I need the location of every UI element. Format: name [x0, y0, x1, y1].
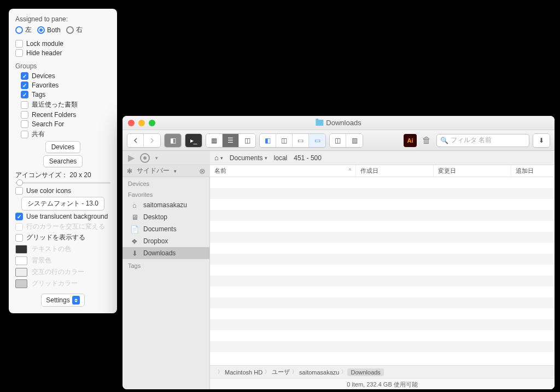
devices-button[interactable]: Devices: [45, 141, 81, 153]
panel-active[interactable]: ▭: [309, 134, 325, 147]
list-row: [210, 243, 555, 254]
list-row: [210, 319, 555, 330]
back-button[interactable]: [127, 134, 144, 147]
list-row: [210, 188, 555, 199]
forward-button[interactable]: [144, 134, 160, 147]
breadcrumb: 〉 Macintosh HD 〉 ユーザ 〉 saitomasakazu 〉 D…: [210, 365, 555, 378]
col-name[interactable]: 名前: [210, 165, 356, 177]
lock-module-check[interactable]: Lock module: [15, 40, 110, 48]
close-sidebar-icon[interactable]: ⊗: [199, 167, 206, 175]
sidebar-favorites-header: Favorites: [122, 188, 209, 199]
list-row: [210, 221, 555, 232]
crumb-hd[interactable]: Macintosh HD: [224, 369, 264, 376]
show-grid-check[interactable]: グリッドを表示する: [15, 233, 110, 242]
desktop-icon: 🖥: [130, 213, 139, 221]
list-row: [210, 330, 555, 341]
icon-size-label: アイコンサイズ：: [15, 171, 68, 179]
list-row: [210, 254, 555, 265]
sidebar-tags-header: Tags: [122, 259, 209, 270]
dual-pane-2[interactable]: ▥: [346, 134, 363, 147]
chevron-down-icon[interactable]: ▾: [155, 155, 158, 161]
sidebar-item-home[interactable]: ⌂saitomasakazu: [122, 199, 209, 211]
sidebar-control: ✻ サイドバー ▾ ⊗: [122, 165, 210, 177]
list-row: [210, 232, 555, 243]
traffic-lights: [128, 120, 155, 126]
radio-left[interactable]: 左: [15, 25, 32, 34]
col-created[interactable]: 作成日: [356, 165, 434, 177]
dropbox-icon: ❖: [130, 237, 139, 245]
alt-row-color-check: 行のカラーを交互に変える: [15, 222, 110, 231]
sidebar-item-downloads[interactable]: ⬇Downloads: [122, 247, 209, 259]
sidebar-item-documents[interactable]: 📄Documents: [122, 223, 209, 235]
searches-button[interactable]: Searches: [43, 155, 83, 167]
assigned-label: Assigned to pane:: [15, 15, 110, 23]
play-icon[interactable]: ▶: [128, 153, 135, 163]
hide-header-check[interactable]: Hide header: [15, 49, 110, 57]
column-headers: 名前 作成日 変更日 追加日: [210, 165, 555, 177]
group-favorites-check[interactable]: Favorites: [21, 81, 110, 89]
sidebar-item-desktop[interactable]: 🖥Desktop: [122, 211, 209, 223]
list-row: [210, 276, 555, 286]
home-path-icon[interactable]: ⌂: [214, 154, 223, 162]
path-range: 451 - 500: [294, 154, 322, 162]
download-button[interactable]: ⬇: [533, 134, 550, 147]
radio-right[interactable]: 右: [66, 25, 83, 34]
search-input[interactable]: 🔍 フィルタ 名前: [436, 134, 529, 147]
col-modified[interactable]: 変更日: [434, 165, 511, 177]
downloads-icon: ⬇: [130, 249, 139, 257]
groups-title: Groups: [15, 62, 110, 70]
col-added[interactable]: 追加日: [511, 165, 555, 177]
group-tags-check[interactable]: Tags: [21, 91, 110, 98]
view-icons[interactable]: ▦: [206, 134, 223, 147]
drive-icon[interactable]: ◧: [165, 134, 181, 147]
list-row: [210, 265, 555, 276]
file-list: 〉 Macintosh HD 〉 ユーザ 〉 saitomasakazu 〉 D…: [210, 177, 555, 389]
ai-app-icon[interactable]: Ai: [404, 134, 417, 147]
list-area[interactable]: [210, 177, 555, 365]
translucent-bg-check[interactable]: Use translucent background: [15, 213, 110, 220]
group-recent-docs-check[interactable]: 最近使った書類: [21, 100, 110, 109]
radio-both[interactable]: Both: [37, 26, 61, 34]
search-icon: 🔍: [440, 137, 448, 144]
group-shared-check[interactable]: 共有: [21, 130, 110, 139]
crumb-users[interactable]: ユーザ: [271, 368, 291, 376]
alt-row-color-row: 交互の行のカラー: [15, 267, 110, 277]
pathbar: ⌂ Documents local 451 - 500: [210, 151, 555, 165]
panel-right[interactable]: ▭: [293, 134, 309, 147]
play-controls: ▶ ▾: [122, 151, 210, 165]
panel-mid[interactable]: ◫: [276, 134, 293, 147]
sidebar-item-dropbox[interactable]: ❖Dropbox: [122, 235, 209, 247]
view-list[interactable]: ☰: [223, 134, 239, 147]
path-local[interactable]: local: [274, 154, 288, 162]
icon-size-slider[interactable]: [15, 182, 110, 184]
path-documents[interactable]: Documents: [230, 154, 267, 162]
dual-pane-1[interactable]: ◫: [330, 134, 346, 147]
zoom-button[interactable]: [149, 120, 155, 126]
group-recent-folders-check[interactable]: Recent Folders: [21, 111, 110, 119]
crumb-downloads[interactable]: Downloads: [347, 368, 383, 376]
sidebar: Devices Favorites ⌂saitomasakazu 🖥Deskto…: [122, 177, 210, 389]
list-row: [210, 210, 555, 221]
group-search-for-check[interactable]: Search For: [21, 120, 110, 128]
grid-color-row: グリッドカラー: [15, 279, 110, 288]
settings-dropdown[interactable]: Settings: [41, 294, 84, 307]
crumb-user[interactable]: saitomasakazu: [298, 369, 340, 376]
finder-window: Downloads ◧ ▸_ ▦ ☰ ◫ ◧ ◫ ▭ ▭ ◫ ▥ Ai: [122, 116, 555, 389]
toolbar: ◧ ▸_ ▦ ☰ ◫ ◧ ◫ ▭ ▭ ◫ ▥ Ai 🗑 🔍 フィルタ 名前 ⬇: [122, 130, 555, 151]
list-row: [210, 308, 555, 319]
minimize-button[interactable]: [138, 120, 145, 126]
close-button[interactable]: [128, 120, 135, 126]
color-icons-check[interactable]: Use color icons: [15, 187, 110, 195]
panel-left[interactable]: ◧: [260, 134, 276, 147]
terminal-icon[interactable]: ▸_: [185, 134, 202, 147]
list-row: [210, 199, 555, 210]
gear-icon[interactable]: ✻: [127, 167, 132, 175]
trash-icon[interactable]: 🗑: [420, 134, 433, 147]
home-icon: ⌂: [130, 201, 139, 209]
font-button[interactable]: システムフォント - 13.0: [21, 197, 104, 210]
view-columns[interactable]: ◫: [239, 134, 255, 147]
list-row: [210, 286, 555, 297]
record-icon[interactable]: [140, 153, 150, 163]
group-devices-check[interactable]: Devices: [21, 72, 110, 80]
window-title: Downloads: [316, 119, 361, 127]
